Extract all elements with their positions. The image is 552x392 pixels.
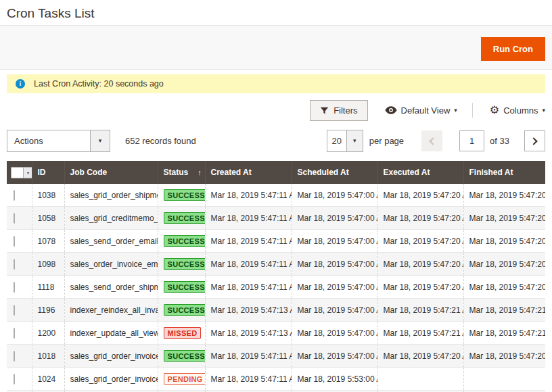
info-icon: i [16,79,25,89]
cell-finished-at: Mar 18, 2019 5:47:20 AM [463,276,545,299]
row-checkbox[interactable] [14,305,15,316]
cell-created-at: Mar 18, 2019 5:47:11 AM [205,207,292,230]
cell-executed-at: Mar 18, 2019 5:47:21 AM [377,322,463,345]
records-count: 652 records found [125,136,196,146]
table-row: 1200 indexer_update_all_views MISSED Mar… [7,322,545,345]
cell-finished-at: Mar 18, 2019 5:47:20 AM [463,345,545,368]
columns-label: Columns [503,105,538,116]
cell-status: PENDING [158,368,205,391]
cell-job-code: indexer_update_all_views [64,322,158,345]
cell-id: 1018 [32,345,64,368]
cell-created-at: Mar 18, 2019 5:47:11 AM [205,345,292,368]
actions-select-value: Actions [7,130,90,151]
cell-scheduled-at: Mar 18, 2019 5:47:00 AM [292,322,377,345]
cell-scheduled-at: Mar 18, 2019 5:47:00 AM [292,276,377,299]
cell-id: 1118 [32,276,64,299]
column-header-executed-at[interactable]: Executed At [377,161,463,184]
status-badge: SUCCESS [164,350,206,362]
column-header-scheduled-at[interactable]: Scheduled At [292,161,377,184]
column-header-status[interactable]: Status↑ [158,161,205,184]
per-page-select[interactable]: 20 ▾ [327,130,363,152]
cell-checkbox [7,368,32,391]
cell-id: 1200 [32,322,64,345]
current-page-input[interactable] [459,130,484,151]
status-badge: SUCCESS [164,258,206,270]
cell-id: 1038 [32,184,64,207]
cell-executed-at: Mar 18, 2019 5:47:20 AM [377,276,463,299]
cell-job-code: sales_send_order_shipment [64,276,158,299]
cell-id: 1098 [32,253,64,276]
cell-checkbox [7,345,32,368]
cell-executed-at [377,368,463,391]
chevron-left-icon [429,137,436,145]
column-header-created-at[interactable]: Created At [205,161,292,184]
row-checkbox[interactable] [14,190,15,201]
row-checkbox[interactable] [14,259,15,270]
gear-icon: ⚙ [490,105,499,116]
cell-checkbox [7,299,32,322]
filters-button[interactable]: Filters [310,100,367,121]
status-badge: MISSED [164,327,202,339]
chevron-down-icon: ▾ [90,130,110,151]
cell-checkbox [7,276,32,299]
cell-created-at: Mar 18, 2019 5:47:11 AM [205,253,292,276]
cell-scheduled-at: Mar 18, 2019 5:47:00 AM [292,345,377,368]
per-page-label: per page [369,136,404,146]
select-all-checkbox[interactable]: ▾ [11,167,32,178]
column-header-id[interactable]: ID [32,161,64,184]
cell-status: SUCCESS [158,253,205,276]
table-row: 1058 sales_grid_creditmemo_async SUCCESS… [7,207,545,230]
actions-row: Actions ▾ 652 records found 20 ▾ per pag… [7,130,545,152]
cell-finished-at [463,368,545,391]
cell-id: 1058 [32,207,64,230]
cron-tasks-table: ▾ ID Job Code Status↑ Created At Schedul… [7,161,545,392]
cell-created-at: Mar 18, 2019 5:47:11 AM [205,276,292,299]
total-pages-label: of 33 [490,136,509,146]
table-row: 1078 sales_send_order_emails SUCCESS Mar… [7,230,545,253]
cell-job-code: indexer_reindex_all_invalid [64,299,158,322]
cell-finished-at: Mar 18, 2019 5:47:20 AM [463,253,545,276]
chevron-down-icon: ▾ [542,107,545,114]
table-header-row: ▾ ID Job Code Status↑ Created At Schedul… [7,161,545,184]
table-body: 1038 sales_grid_order_shipment SUCCESS M… [7,184,545,392]
cell-finished-at: Mar 18, 2019 5:47:21 AM [463,322,545,345]
table-row: 1024 sales_grid_order_invoice_async PEND… [7,368,545,391]
row-checkbox[interactable] [14,374,15,385]
cell-scheduled-at: Mar 18, 2019 5:47:00 AM [292,207,377,230]
next-page-button[interactable] [524,130,545,151]
view-switcher[interactable]: Default View ▾ [385,105,457,116]
cell-job-code: sales_grid_order_invoice_async [64,345,158,368]
cell-executed-at: Mar 18, 2019 5:47:20 AM [377,207,463,230]
cell-finished-at: Mar 18, 2019 5:47:20 AM [463,184,545,207]
cell-id: 1024 [32,368,64,391]
row-checkbox[interactable] [14,236,15,247]
row-checkbox[interactable] [14,328,15,339]
chevron-right-icon [530,137,537,145]
row-checkbox[interactable] [14,282,15,293]
row-checkbox[interactable] [14,213,15,224]
view-label: Default View [401,105,451,116]
previous-page-button[interactable] [421,130,442,151]
controls-divider [472,103,473,118]
cell-id: 1196 [32,299,64,322]
chevron-down-icon: ▾ [454,107,457,114]
run-cron-button[interactable]: Run Cron [481,37,545,61]
actions-select[interactable]: Actions ▾ [7,130,110,152]
cell-created-at: Mar 18, 2019 5:47:11 AM [205,368,292,391]
cell-status: SUCCESS [158,345,205,368]
filter-funnel-icon [320,106,329,115]
row-checkbox[interactable] [14,351,15,362]
column-header-job-code[interactable]: Job Code [64,161,158,184]
columns-control[interactable]: ⚙ Columns ▾ [490,105,545,116]
cell-job-code: sales_grid_order_shipment [64,184,158,207]
column-header-finished-at[interactable]: Finished At [463,161,545,184]
cell-executed-at: Mar 18, 2019 5:47:20 AM [377,345,463,368]
cell-checkbox [7,184,32,207]
filters-label: Filters [334,105,357,116]
last-cron-activity-notice: i Last Cron Activity: 20 seconds ago [7,74,545,93]
cell-status: SUCCESS [158,299,205,322]
grid-controls-row: Filters Default View ▾ ⚙ Columns ▾ [7,99,545,121]
cell-scheduled-at: Mar 18, 2019 5:47:00 AM [292,184,377,207]
page-toolbar: Run Cron [0,25,552,70]
cell-job-code: sales_grid_creditmemo_async [64,207,158,230]
